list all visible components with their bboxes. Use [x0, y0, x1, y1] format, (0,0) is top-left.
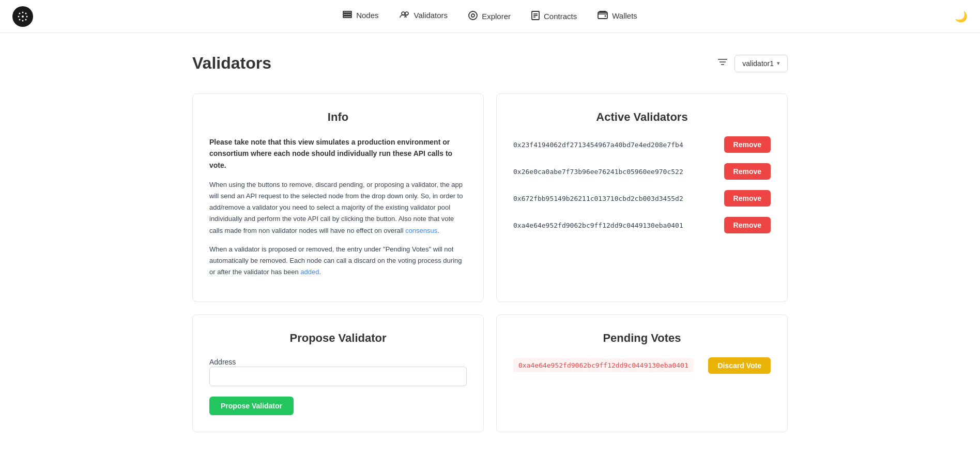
page-header: Validators validator1 ▾	[192, 54, 788, 73]
remove-button-2[interactable]: Remove	[724, 163, 771, 180]
svg-point-0	[22, 15, 24, 18]
svg-point-7	[18, 15, 20, 17]
moon-icon: 🌙	[955, 11, 968, 22]
nav-label-validators: Validators	[414, 11, 448, 20]
validator-address-2: 0x26e0ca0abe7f73b96ee76241bc05960ee970c5…	[513, 168, 683, 176]
validator-row: 0x26e0ca0abe7f73b96ee76241bc05960ee970c5…	[513, 163, 771, 180]
nav-item-explorer[interactable]: Explorer	[468, 11, 511, 22]
propose-validator-button[interactable]: Propose Validator	[209, 397, 294, 415]
navbar: Nodes Validators	[0, 0, 980, 33]
chevron-down-icon: ▾	[777, 60, 780, 67]
svg-point-14	[469, 11, 477, 20]
info-paragraph-1: When using the buttons to remove, discar…	[209, 179, 467, 236]
contracts-icon	[531, 11, 540, 22]
remove-button-4[interactable]: Remove	[724, 217, 771, 233]
validator-row: 0x23f4194062df2713454967a40bd7e4ed208e7f…	[513, 136, 771, 153]
nav-label-contracts: Contracts	[544, 12, 577, 21]
svg-point-1	[19, 12, 21, 14]
page-title: Validators	[192, 54, 271, 73]
validator-dropdown[interactable]: validator1 ▾	[734, 55, 788, 72]
page-header-controls: validator1 ▾	[717, 55, 788, 72]
main-content: Validators validator1 ▾ Info Please take…	[180, 33, 800, 453]
validator-dropdown-value: validator1	[742, 59, 774, 68]
nav-label-nodes: Nodes	[356, 11, 378, 20]
remove-button-1[interactable]: Remove	[724, 136, 771, 153]
app-logo[interactable]	[12, 6, 33, 27]
active-validators-title: Active Validators	[513, 110, 771, 124]
filter-icon[interactable]	[717, 57, 728, 69]
propose-validator-title: Propose Validator	[209, 331, 467, 345]
svg-point-21	[605, 15, 606, 17]
remove-button-3[interactable]: Remove	[724, 190, 771, 207]
explorer-icon	[468, 11, 478, 22]
info-card: Info Please take note that this view sim…	[192, 93, 484, 302]
nav-item-validators[interactable]: Validators	[400, 11, 448, 22]
validator-row: 0x672fbb95149b26211c013710cbd2cb003d3455…	[513, 190, 771, 207]
validator-row: 0xa4e64e952fd9062bc9ff12dd9c0449130eba04…	[513, 217, 771, 233]
propose-validator-card: Propose Validator Address Propose Valida…	[192, 314, 484, 432]
info-bold-text: Please take note that this view simulate…	[209, 136, 467, 171]
svg-point-3	[19, 19, 21, 20]
svg-point-6	[22, 20, 24, 21]
svg-point-4	[25, 19, 27, 20]
nav-item-contracts[interactable]: Contracts	[531, 11, 577, 22]
pending-votes-card: Pending Votes 0xa4e64e952fd9062bc9ff12dd…	[496, 314, 788, 432]
nav-label-explorer: Explorer	[482, 12, 511, 21]
validator-address-3: 0x672fbb95149b26211c013710cbd2cb003d3455…	[513, 195, 683, 202]
nodes-icon	[343, 11, 352, 20]
svg-rect-9	[343, 11, 351, 13]
svg-point-15	[471, 14, 474, 17]
validator-address-1: 0x23f4194062df2713454967a40bd7e4ed208e7f…	[513, 141, 683, 149]
info-paragraph-2: When a validator is proposed or removed,…	[209, 244, 467, 278]
theme-toggle[interactable]: 🌙	[955, 10, 968, 23]
nav-list: Nodes Validators	[343, 11, 637, 22]
svg-rect-11	[343, 16, 351, 18]
pending-address-1: 0xa4e64e952fd9062bc9ff12dd9c0449130eba04…	[513, 358, 694, 372]
pending-vote-row: 0xa4e64e952fd9062bc9ff12dd9c0449130eba04…	[513, 357, 771, 374]
added-link[interactable]: added	[300, 268, 319, 276]
svg-rect-10	[343, 14, 351, 15]
nav-item-wallets[interactable]: Wallets	[598, 11, 637, 22]
validators-icon	[400, 11, 410, 20]
pending-votes-title: Pending Votes	[513, 331, 771, 345]
svg-point-13	[405, 12, 408, 15]
discard-vote-button-1[interactable]: Discard Vote	[708, 357, 771, 374]
validator-address-4: 0xa4e64e952fd9062bc9ff12dd9c0449130eba04…	[513, 222, 683, 229]
cards-grid: Info Please take note that this view sim…	[192, 93, 788, 432]
consensus-link[interactable]: consensus	[405, 227, 437, 234]
nav-label-wallets: Wallets	[612, 11, 637, 20]
svg-point-12	[402, 12, 405, 15]
info-card-title: Info	[209, 110, 467, 124]
address-input[interactable]	[209, 367, 467, 386]
address-label: Address	[209, 358, 236, 366]
wallets-icon	[598, 11, 608, 21]
svg-point-8	[26, 15, 28, 17]
svg-point-5	[22, 11, 24, 13]
svg-point-2	[25, 12, 27, 14]
nav-item-nodes[interactable]: Nodes	[343, 11, 378, 22]
svg-rect-20	[598, 12, 607, 19]
active-validators-card: Active Validators 0x23f4194062df27134549…	[496, 93, 788, 302]
